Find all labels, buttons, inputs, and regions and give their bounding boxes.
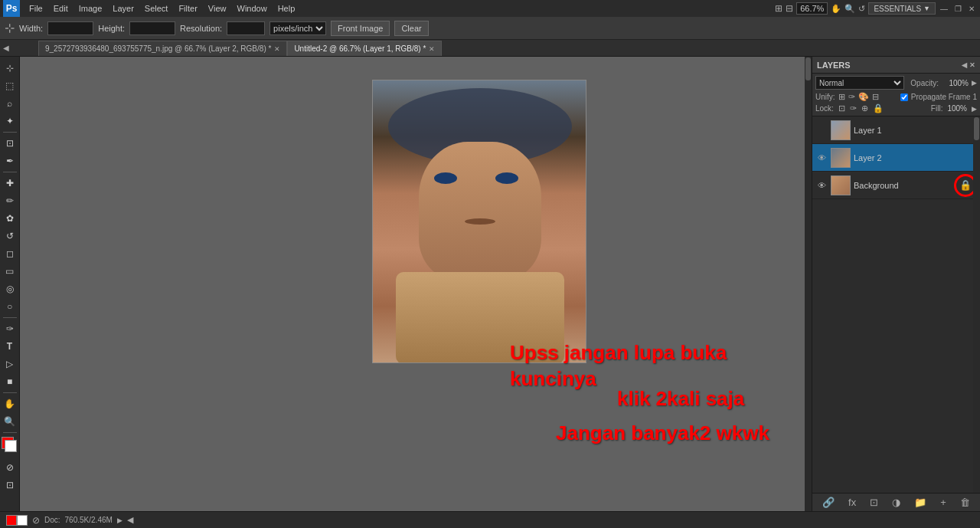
quick-select-tool[interactable]: ✦ <box>2 113 18 130</box>
layers-scroll-thumb[interactable] <box>974 117 979 140</box>
propagate-label: Propagate Frame 1 <box>911 93 977 101</box>
blend-mode-select[interactable]: Normal <box>815 76 904 90</box>
crop-tool[interactable]: ⊡ <box>2 135 18 152</box>
adjustment-btn[interactable]: ◑ <box>892 497 900 508</box>
dodge-tool[interactable]: ○ <box>2 298 18 315</box>
brush-tool[interactable]: ✏ <box>2 192 18 209</box>
new-layer-btn[interactable]: + <box>940 497 946 508</box>
canvas-scrollbar-v[interactable] <box>805 57 812 511</box>
height-input[interactable] <box>129 21 175 35</box>
menu-window[interactable]: Window <box>233 2 272 15</box>
status-arrow[interactable]: ▶ <box>117 517 122 524</box>
hand-cursor-icon: ✋ <box>831 4 841 14</box>
background-visibility[interactable]: 👁 <box>815 179 828 192</box>
tab-1[interactable]: 9_2572793936480_693755775_n.jpg @ 66.7% … <box>38 41 287 56</box>
maximize-button[interactable]: ❐ <box>952 3 963 14</box>
canvas-image <box>372 80 586 363</box>
layer-1-thumbnail <box>831 120 851 140</box>
healing-tool[interactable]: ✚ <box>2 175 18 192</box>
tab-2-close[interactable]: ✕ <box>429 45 435 53</box>
ps-logo: Ps <box>3 0 20 17</box>
lock-icon-pixels[interactable]: ⊡ <box>838 103 845 113</box>
lasso-tool[interactable]: ⌕ <box>2 95 18 112</box>
menu-file[interactable]: File <box>24 2 47 15</box>
clear-button[interactable]: Clear <box>394 21 428 36</box>
propagate-checkbox[interactable] <box>900 93 908 101</box>
hand-tool[interactable]: ✋ <box>2 395 18 412</box>
layer-item-2[interactable]: 👁 Layer 2 <box>812 144 980 172</box>
lock-icon-all[interactable]: 🔒 <box>873 103 884 113</box>
menu-view[interactable]: View <box>204 2 231 15</box>
lock-icon-move[interactable]: ⊕ <box>861 103 868 113</box>
unify-icon-1[interactable]: ⊞ <box>838 92 845 102</box>
layers-header-controls: ◀ ✕ <box>962 61 975 69</box>
gradient-tool[interactable]: ▭ <box>2 263 18 280</box>
layer-2-thumbnail <box>831 148 851 168</box>
workspace-selector[interactable]: ESSENTIALS ▼ <box>868 2 936 15</box>
tab-2[interactable]: Untitled-2 @ 66.7% (Layer 1, RGB/8) * ✕ <box>287 41 442 56</box>
canvas-area[interactable]: Upss jangan lupa buka kuncinya klik 2kal… <box>20 57 812 511</box>
unit-select[interactable]: pixels/inch <box>270 21 326 35</box>
unify-icon-3[interactable]: 🎨 <box>858 92 869 102</box>
unify-icon-2[interactable]: ✑ <box>848 92 855 102</box>
tabs-arrow-left[interactable]: ◀ <box>3 44 9 52</box>
eraser-tool[interactable]: ◻ <box>2 245 18 262</box>
history-tool[interactable]: ↺ <box>2 228 18 244</box>
screen-mode-tool[interactable]: ⊡ <box>2 477 18 494</box>
background-thumbnail <box>831 175 851 195</box>
tab-1-close[interactable]: ✕ <box>274 45 280 53</box>
zoom-indicator: 66.7 % <box>796 2 828 15</box>
lock-icon-position[interactable]: ✑ <box>850 103 857 113</box>
layer-item-1[interactable]: 👁 Layer 1 <box>812 116 980 144</box>
toolbar-icon-2: ⊟ <box>786 3 793 14</box>
layers-collapse-btn[interactable]: ◀ <box>962 61 967 69</box>
layer-2-visibility[interactable]: 👁 <box>815 152 828 164</box>
width-input[interactable] <box>47 21 93 35</box>
unify-label: Unify: <box>815 93 835 101</box>
delete-layer-btn[interactable]: 🗑 <box>960 497 970 508</box>
zoom-tool[interactable]: 🔍 <box>2 413 18 430</box>
foreground-color[interactable] <box>2 437 18 454</box>
eyedropper-tool[interactable]: ✒ <box>2 152 18 169</box>
quick-mask-tool[interactable]: ⊘ <box>2 459 18 476</box>
color-swatch-bg <box>17 515 28 526</box>
link-layers-btn[interactable]: 🔗 <box>822 497 835 508</box>
menu-help[interactable]: Help <box>273 2 300 15</box>
front-image-button[interactable]: Front Image <box>331 21 390 36</box>
menu-edit[interactable]: Edit <box>49 2 73 15</box>
mask-btn[interactable]: ⊡ <box>870 497 878 508</box>
color-swatch <box>6 515 17 526</box>
main-area: ⊹ ⬚ ⌕ ✦ ⊡ ✒ ✚ ✏ ✿ ↺ ◻ ▭ ◎ ○ ✑ T ▷ ■ ✋ 🔍 … <box>0 57 980 511</box>
menu-filter[interactable]: Filter <box>174 2 201 15</box>
menu-layer[interactable]: Layer <box>108 2 139 15</box>
layers-panel: LAYERS ◀ ✕ Normal Opacity: 100% ▶ Unify: <box>812 57 980 511</box>
marquee-tool[interactable]: ⬚ <box>2 77 18 94</box>
tool-separator-1 <box>3 132 17 133</box>
layers-panel-header: LAYERS ◀ ✕ <box>812 57 980 74</box>
opacity-arrow: ▶ <box>972 79 977 87</box>
close-button[interactable]: ✕ <box>966 3 977 14</box>
canvas-scroll-thumb[interactable] <box>805 57 811 80</box>
tool-panel: ⊹ ⬚ ⌕ ✦ ⊡ ✒ ✚ ✏ ✿ ↺ ◻ ▭ ◎ ○ ✑ T ▷ ■ ✋ 🔍 … <box>0 57 20 511</box>
move-tool[interactable]: ⊹ <box>2 60 18 77</box>
menu-image[interactable]: Image <box>74 2 107 15</box>
status-nav-prev[interactable]: ◀ <box>127 515 133 525</box>
path-tool[interactable]: ▷ <box>2 356 18 372</box>
menubar-right: ⊞ ⊟ 66.7 % ✋ 🔍 ↺ ESSENTIALS ▼ — ❐ ✕ <box>775 2 977 15</box>
menu-bar: Ps File Edit Image Layer Select Filter V… <box>0 0 980 17</box>
minimize-button[interactable]: — <box>939 3 949 14</box>
layers-close-btn[interactable]: ✕ <box>969 61 975 69</box>
unify-icon-4[interactable]: ⊟ <box>872 92 879 102</box>
pen-tool[interactable]: ✑ <box>2 320 18 337</box>
layer-1-visibility[interactable]: 👁 <box>815 124 828 136</box>
blur-tool[interactable]: ◎ <box>2 280 18 297</box>
shape-tool[interactable]: ■ <box>2 373 18 390</box>
layers-scrollbar[interactable] <box>973 116 980 493</box>
layer-style-btn[interactable]: fx <box>848 497 856 508</box>
menu-select[interactable]: Select <box>140 2 173 15</box>
clone-tool[interactable]: ✿ <box>2 210 18 227</box>
layer-item-background[interactable]: 👁 Background 🔒 <box>812 172 980 199</box>
resolution-input[interactable] <box>227 21 265 35</box>
group-btn[interactable]: 📁 <box>914 497 926 508</box>
type-tool[interactable]: T <box>2 338 18 355</box>
